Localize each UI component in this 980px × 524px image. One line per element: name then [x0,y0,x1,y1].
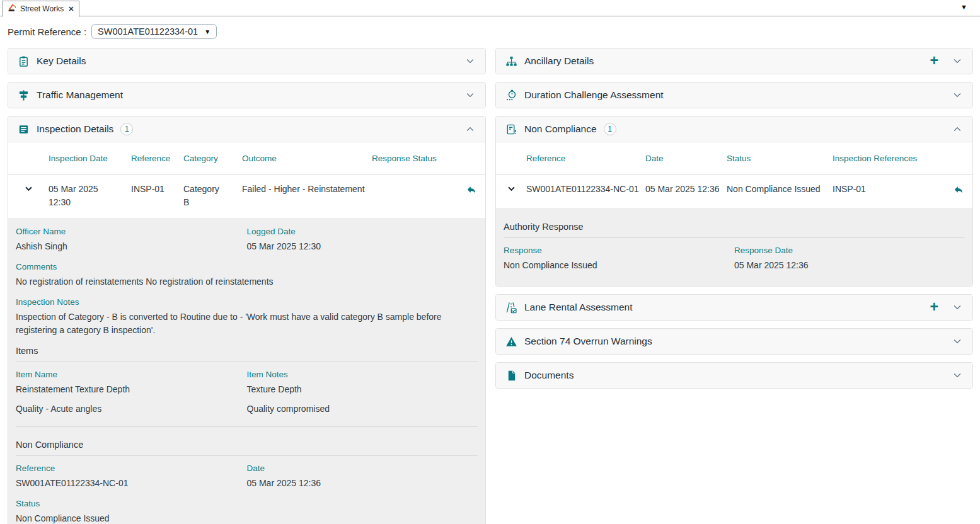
non-compliance-row-details: Authority Response Response Non Complian… [496,208,972,286]
panel-key-details: Key Details [8,48,486,74]
item-name-label: Item Name [16,370,247,379]
crane-icon [8,3,17,14]
chevron-down-icon[interactable] [952,302,962,312]
nc-heading: Non Compliance [16,440,478,456]
inspection-row-details: Officer Name Ashish Singh Logged Date 05… [8,218,485,524]
duration-challenge-header[interactable]: Duration Challenge Assessment [496,83,972,108]
authority-response-heading: Authority Response [504,222,965,238]
item-name-value: Quality - Acute angles [16,402,247,416]
col-inspection-references: Inspection References [833,154,945,163]
non-compliance-header[interactable]: Non Compliance 1 [496,117,972,142]
count-badge: 1 [120,123,133,135]
panel-title: Key Details [37,55,86,67]
tab-street-works[interactable]: Street Works ✕ [2,1,79,17]
permit-reference-select[interactable]: SW001ATE01122334-01 ▼ [91,24,217,39]
document-icon [505,369,517,382]
add-icon[interactable]: + [930,54,938,68]
col-status: Status [727,154,833,163]
lane-rental-header[interactable]: Lane Rental Assessment + [496,295,972,320]
panel-duration-challenge: Duration Challenge Assessment [495,82,973,108]
signpost-icon [17,89,30,101]
chevron-up-icon[interactable] [952,124,962,134]
item-notes-value: Texture Depth [247,383,478,396]
section-74-header[interactable]: Section 74 Overrun Warnings [496,329,972,354]
inspection-details-header[interactable]: Inspection Details 1 [8,117,485,142]
respond-icon[interactable] [953,185,964,199]
col-response-status: Response Status [372,154,458,163]
key-details-header[interactable]: Key Details [8,48,485,74]
col-outcome: Outcome [242,154,372,163]
col-inspection-date: Inspection Date [49,154,131,163]
sitemap-icon [505,55,517,67]
nc-inspection-refs-cell: INSP-01 [833,183,945,196]
documents-header[interactable]: Documents [496,363,972,388]
chevron-down-icon[interactable] [465,56,475,66]
panel-title: Duration Challenge Assessment [524,89,664,101]
stopwatch-icon [505,89,517,101]
item-notes-label: Item Notes [247,370,478,379]
chevron-up-icon[interactable] [465,124,475,134]
clipboard-icon [17,55,30,67]
nc-status-value: Non Compliance Issued [16,512,478,524]
panel-title: Ancillary Details [524,55,594,67]
response-date-value: 05 Mar 2025 12:36 [734,259,965,272]
ancillary-details-header[interactable]: Ancillary Details + [496,48,972,74]
category-cell: Category B [183,183,242,209]
nc-reference-value: SW001ATE01122334-NC-01 [16,477,247,490]
item-name-value: Reinstatement Texture Depth [16,383,247,396]
respond-icon[interactable] [466,185,477,199]
panel-title: Documents [524,370,574,381]
panel-title: Traffic Management [37,89,123,101]
officer-name-label: Officer Name [16,227,247,236]
col-reference: Reference [526,154,645,163]
logged-date-label: Logged Date [247,227,478,236]
item-notes-value: Quality compromised [247,402,478,416]
inspection-row[interactable]: 05 Mar 2025 12:30 INSP-01 Category B Fai… [8,174,485,218]
comments-value: No registration of reinstatements No reg… [16,275,478,288]
tab-close-icon[interactable]: ✕ [68,5,74,13]
add-icon[interactable]: + [930,300,938,314]
row-expander-icon[interactable] [507,184,516,196]
response-value: Non Compliance Issued [504,259,734,272]
permit-reference-value: SW001ATE01122334-01 [98,26,198,37]
panel-non-compliance: Non Compliance 1 Reference Date Status I… [495,116,973,287]
logged-date-value: 05 Mar 2025 12:30 [247,240,478,253]
chevron-down-icon[interactable] [465,90,475,100]
tab-bar: Street Works ✕ ▼ [0,0,980,16]
traffic-management-header[interactable]: Traffic Management [8,83,485,108]
panel-inspection-details: Inspection Details 1 Inspection Date Ref… [8,116,486,524]
chevron-down-icon[interactable] [952,336,962,346]
panel-title: Lane Rental Assessment [524,302,632,313]
panel-title: Inspection Details [37,123,113,135]
panel-ancillary-details: Ancillary Details + [495,48,973,74]
items-heading: Items [16,346,478,362]
inspection-notes-value: Inspection of Category - B is converted … [16,310,467,337]
tabbar-dropdown-icon[interactable]: ▼ [960,3,967,11]
nc-date-cell: 05 Mar 2025 12:36 [645,183,727,196]
chevron-down-icon[interactable] [952,90,962,100]
response-label: Response [504,246,734,255]
permit-reference-row: Permit Reference : SW001ATE01122334-01 ▼ [0,16,980,47]
select-caret-icon: ▼ [204,28,210,35]
nc-status-label: Status [16,499,478,508]
reference-cell: INSP-01 [131,183,183,196]
nc-date-value: 05 Mar 2025 12:36 [247,477,478,490]
officer-name-value: Ashish Singh [16,240,247,253]
non-compliance-table-header: Reference Date Status Inspection Referen… [496,142,972,174]
chevron-down-icon[interactable] [952,370,962,380]
non-compliance-row[interactable]: SW001ATE01122334-NC-01 05 Mar 2025 12:36… [496,174,972,208]
warning-triangle-icon [505,335,517,348]
comments-label: Comments [16,262,478,271]
tab-title: Street Works [20,4,64,13]
row-expander-icon[interactable] [24,184,33,196]
panel-title: Non Compliance [524,123,597,135]
col-category: Category [183,154,242,163]
chevron-down-icon[interactable] [952,56,962,66]
col-reference: Reference [131,154,183,163]
list-icon [17,123,30,135]
inspection-notes-label: Inspection Notes [16,297,478,307]
nc-date-label: Date [247,464,478,473]
outcome-cell: Failed - Higher - Reinstatement [242,183,372,196]
count-badge: 1 [604,123,616,135]
response-date-label: Response Date [734,246,965,255]
